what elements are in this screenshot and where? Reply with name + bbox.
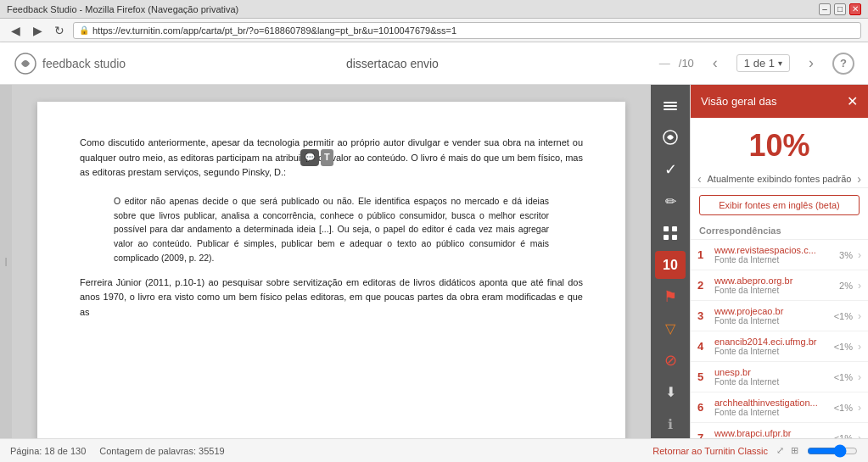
lock-icon: 🔒 bbox=[79, 25, 89, 35]
match-info: archhealthinvestigation... Fonte da Inte… bbox=[714, 398, 824, 417]
match-item[interactable]: 3 www.projecao.br Fonte da Internet <1% … bbox=[691, 301, 868, 331]
footer-left: Página: 18 de 130 Contagem de palavras: … bbox=[10, 446, 225, 456]
zoom-slider[interactable] bbox=[807, 444, 858, 458]
minimize-button[interactable]: – bbox=[819, 3, 831, 15]
svg-rect-1 bbox=[664, 102, 677, 103]
match-url: enancib2014.eci.ufmg.br bbox=[714, 337, 824, 347]
svg-rect-8 bbox=[672, 235, 677, 240]
fit-page-icon[interactable]: ⊞ bbox=[791, 445, 798, 456]
match-percentage: 3% bbox=[829, 250, 853, 260]
close-button[interactable]: ✕ bbox=[849, 3, 861, 15]
grid-tool-button[interactable] bbox=[655, 219, 686, 248]
match-info: www.revistaespacios.c... Fonte da Intern… bbox=[714, 245, 824, 264]
total-pages: /10 bbox=[679, 57, 694, 70]
fullscreen-icon[interactable]: ⤢ bbox=[776, 445, 784, 456]
paragraph-2: Ferreira Júnior (2011, p.10-1) ao pesqui… bbox=[80, 276, 583, 320]
matches-header: Correspondências bbox=[691, 222, 868, 240]
document-page: Como discutido anteriormente, apesar da … bbox=[37, 102, 625, 438]
browser-title: Feedback Studio - Mozilla Firefox (Naveg… bbox=[7, 4, 238, 14]
maximize-button[interactable]: □ bbox=[834, 3, 846, 15]
match-percentage: 2% bbox=[829, 281, 853, 291]
right-tools-panel: ✓ ✏ 10 ⚑ ▽ ⊘ ⬇ ℹ bbox=[651, 85, 690, 438]
match-item[interactable]: 5 unesp.br Fonte da Internet <1% › bbox=[691, 362, 868, 392]
annotation-bubble[interactable]: 💬 T bbox=[300, 149, 333, 166]
similarity-badge[interactable]: 10 bbox=[655, 251, 686, 280]
page-dropdown-icon: ▾ bbox=[778, 58, 782, 68]
check-tool-button[interactable]: ✓ bbox=[655, 155, 686, 184]
word-count: Contagem de palavras: 35519 bbox=[99, 446, 224, 456]
comment-icon: 💬 bbox=[300, 149, 319, 166]
download-button[interactable]: ⬇ bbox=[655, 378, 686, 407]
panel-navigation: ‹ Atualmente exibindo fontes padrão › bbox=[691, 170, 868, 188]
similarity-panel: Visão geral das ✕ 10% ‹ Atualmente exibi… bbox=[690, 85, 868, 438]
show-sources-button[interactable]: Exibir fontes em inglês (beta) bbox=[699, 195, 860, 215]
dash-separator: — bbox=[659, 57, 670, 70]
block-quote: O editor não apenas decide o que será pu… bbox=[114, 194, 549, 265]
match-url: archhealthinvestigation... bbox=[714, 398, 824, 408]
match-info: unesp.br Fonte da Internet bbox=[714, 367, 824, 387]
red-flag-button[interactable]: ⚑ bbox=[655, 282, 686, 311]
match-item[interactable]: 7 www.brapci.ufpr.br Fonte da Internet <… bbox=[691, 423, 868, 438]
match-list: 1 www.revistaespacios.c... Fonte da Inte… bbox=[691, 240, 868, 438]
page-info-dropdown[interactable]: 1 de 1 ▾ bbox=[736, 54, 790, 72]
svg-rect-2 bbox=[664, 105, 677, 107]
app-header: feedback studio dissertacao envio — /10 … bbox=[0, 42, 868, 85]
pencil-tool-button[interactable]: ✏ bbox=[655, 187, 686, 216]
help-button[interactable]: ? bbox=[832, 53, 854, 75]
header-navigation: — /10 ‹ 1 de 1 ▾ › ? bbox=[659, 51, 854, 76]
orange-flag-button[interactable]: ▽ bbox=[655, 314, 686, 343]
zoom-control bbox=[807, 444, 858, 458]
match-arrow-icon: › bbox=[858, 310, 861, 322]
next-page-button[interactable]: › bbox=[798, 51, 824, 76]
document-scroll: Como discutido anteriormente, apesar da … bbox=[37, 102, 625, 421]
panel-next-button[interactable]: › bbox=[857, 172, 861, 186]
match-item[interactable]: 2 www.abepro.org.br Fonte da Internet 2%… bbox=[691, 270, 868, 301]
match-url: unesp.br bbox=[714, 367, 824, 377]
svg-rect-3 bbox=[664, 109, 677, 110]
match-arrow-icon: › bbox=[858, 371, 861, 383]
url-bar[interactable]: 🔒 https://ev.turnitin.com/app/carta/pt_b… bbox=[73, 22, 861, 39]
match-arrow-icon: › bbox=[858, 432, 861, 439]
exclude-button[interactable]: ⊘ bbox=[655, 346, 686, 375]
address-bar: ◀ ▶ ↻ 🔒 https://ev.turnitin.com/app/cart… bbox=[0, 19, 868, 42]
match-item[interactable]: 4 enancib2014.eci.ufmg.br Fonte da Inter… bbox=[691, 331, 868, 362]
match-percentage: <1% bbox=[829, 372, 853, 382]
source-filter-label: Atualmente exibindo fontes padrão bbox=[702, 174, 858, 184]
match-arrow-icon: › bbox=[858, 341, 861, 353]
layers-tool-button[interactable] bbox=[655, 92, 686, 120]
match-url: www.projecao.br bbox=[714, 306, 824, 316]
back-button[interactable]: ◀ bbox=[7, 22, 24, 39]
forward-button[interactable]: ▶ bbox=[29, 22, 46, 39]
match-number: 5 bbox=[697, 370, 709, 383]
similarity-tool-button[interactable] bbox=[655, 124, 686, 153]
match-info: enancib2014.eci.ufmg.br Fonte da Interne… bbox=[714, 337, 824, 356]
app-logo: feedback studio bbox=[14, 52, 126, 75]
match-number: 1 bbox=[697, 248, 709, 261]
panel-header: Visão geral das ✕ bbox=[691, 85, 868, 118]
match-info: www.projecao.br Fonte da Internet bbox=[714, 306, 824, 326]
match-item[interactable]: 1 www.revistaespacios.c... Fonte da Inte… bbox=[691, 240, 868, 270]
match-url: www.abepro.org.br bbox=[714, 276, 824, 286]
match-source: Fonte da Internet bbox=[714, 255, 824, 264]
prev-page-button[interactable]: ‹ bbox=[703, 51, 728, 76]
reload-button[interactable]: ↻ bbox=[51, 22, 68, 39]
left-sidebar-toggle[interactable]: | bbox=[0, 85, 12, 438]
match-item[interactable]: 6 archhealthinvestigation... Fonte da In… bbox=[691, 392, 868, 423]
match-source: Fonte da Internet bbox=[714, 408, 824, 417]
info-button[interactable]: ℹ bbox=[655, 409, 686, 438]
page-count: Página: 18 de 130 bbox=[10, 446, 86, 456]
match-arrow-icon: › bbox=[858, 280, 861, 292]
panel-close-button[interactable]: ✕ bbox=[847, 93, 858, 109]
match-number: 2 bbox=[697, 279, 709, 292]
footer: Página: 18 de 130 Contagem de palavras: … bbox=[0, 438, 868, 462]
main-area: | Como discutido anteriormente, apesar d… bbox=[0, 85, 868, 438]
match-source: Fonte da Internet bbox=[714, 286, 824, 295]
turnitin-logo-icon bbox=[14, 52, 37, 75]
svg-rect-6 bbox=[672, 226, 677, 231]
match-arrow-icon: › bbox=[858, 402, 861, 414]
match-url: www.revistaespacios.c... bbox=[714, 245, 824, 255]
return-link[interactable]: Retornar ao Turnitin Classic bbox=[652, 446, 768, 456]
window-controls: – □ ✕ bbox=[819, 3, 861, 15]
document-area: Como discutido anteriormente, apesar da … bbox=[12, 85, 651, 438]
footer-icons: ⤢ ⊞ bbox=[776, 445, 798, 456]
